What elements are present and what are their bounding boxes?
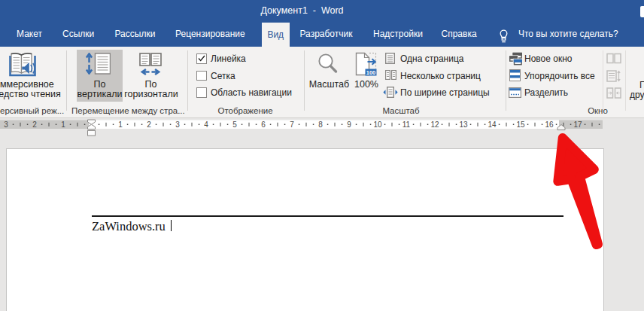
svg-text:9: 9: [347, 120, 351, 129]
svg-text:12: 12: [430, 120, 439, 129]
svg-text:13: 13: [459, 120, 468, 129]
svg-text:100: 100: [366, 69, 376, 76]
svg-text:8: 8: [318, 120, 323, 129]
svg-text:1: 1: [61, 120, 65, 129]
svg-text:4: 4: [204, 120, 208, 129]
svg-text:7: 7: [290, 120, 294, 129]
svg-text:5: 5: [232, 120, 237, 129]
svg-text:3: 3: [175, 120, 180, 129]
svg-text:2: 2: [147, 120, 151, 129]
svg-text:11: 11: [402, 120, 411, 129]
svg-text:1: 1: [118, 120, 123, 129]
svg-text:10: 10: [373, 120, 382, 129]
svg-text:6: 6: [261, 120, 266, 129]
svg-text:3: 3: [4, 120, 8, 129]
svg-text:2: 2: [32, 120, 37, 129]
